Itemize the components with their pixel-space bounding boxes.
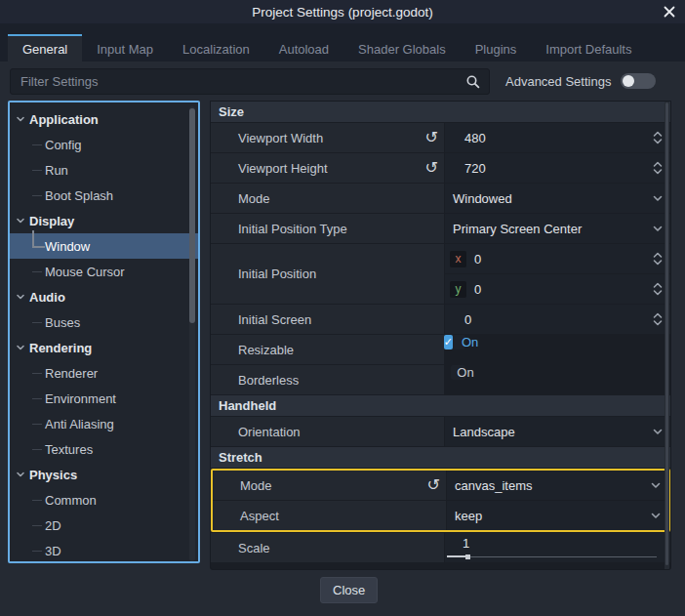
tab-shader-globals[interactable]: Shader Globals (343, 34, 461, 62)
sidebar-item-label: Window (45, 239, 90, 254)
axis-x-label: x (450, 251, 466, 267)
advanced-settings-toggle[interactable] (621, 73, 656, 89)
property-label-cell: Scale (211, 533, 444, 562)
property-label-cell: Aspect (213, 501, 446, 530)
revert-icon[interactable]: ↺ (425, 130, 438, 145)
titlebar: Project Settings (project.godot) (0, 0, 685, 23)
filter-settings-input[interactable] (11, 74, 489, 89)
value-text: 720 (445, 161, 486, 176)
sidebar-item-boot-splash[interactable]: Boot Splash (10, 183, 198, 208)
spinner-wrap (652, 130, 664, 145)
value-text: Primary Screen Center (445, 222, 582, 236)
changed-settings-highlight: Mode↺canvas_itemsAspectkeep (211, 469, 670, 532)
property-label-cell: Initial Position (211, 244, 444, 304)
dropdown-field[interactable]: keep (447, 501, 668, 530)
sidebar-item-label: Common (45, 493, 97, 508)
sidebar-item-textures[interactable]: Textures (10, 436, 198, 462)
sidebar-item-label: Environment (45, 391, 116, 406)
slider-field[interactable]: 1 (445, 533, 670, 562)
spin-field[interactable]: 0 (445, 305, 670, 334)
property-label: Initial Screen (238, 312, 311, 327)
filter-row: Advanced Settings (0, 62, 685, 101)
dropdown-field[interactable]: Primary Screen Center (445, 214, 670, 243)
property-label-cell: Viewport Width↺ (211, 123, 444, 152)
sidebar-item-label: Textures (45, 442, 93, 457)
sidebar-item-config[interactable]: Config (10, 132, 198, 157)
sidebar-category-application[interactable]: Application (10, 106, 198, 132)
property-label: Viewport Height (238, 161, 328, 176)
close-button[interactable]: Close (320, 577, 378, 603)
spin-field[interactable]: 480 (445, 123, 670, 152)
sidebar-scrollbar-thumb[interactable] (189, 108, 195, 323)
tab-general[interactable]: General (8, 34, 82, 62)
sidebar-category-rendering[interactable]: Rendering (10, 335, 198, 360)
vector2-editor: x0y0 (445, 244, 670, 304)
property-label: Mode (240, 478, 272, 493)
chevron-down-icon (652, 192, 664, 204)
sidebar-item-anti-aliasing[interactable]: Anti Aliasing (10, 411, 198, 436)
window-close-button[interactable] (662, 4, 677, 20)
tab-bar: GeneralInput MapLocalizationAutoloadShad… (0, 23, 685, 62)
chevron-down-icon (652, 426, 664, 437)
dropdown-field[interactable]: canvas_items (447, 471, 668, 500)
main-scrollbar-thumb[interactable] (665, 103, 668, 565)
property-label-cell: Orientation (211, 417, 444, 446)
tab-localization[interactable]: Localization (168, 34, 264, 62)
checkbox-field[interactable]: On (451, 365, 465, 380)
tab-input-map[interactable]: Input Map (82, 34, 168, 62)
value-text: canvas_items (447, 478, 532, 493)
spinner-wrap (652, 311, 664, 327)
sidebar-category-physics[interactable]: Physics (10, 462, 198, 487)
tab-plugins[interactable]: Plugins (461, 34, 532, 62)
tab-autoload[interactable]: Autoload (264, 34, 343, 62)
property-row-viewport-width: Viewport Width↺480 (211, 123, 670, 152)
sidebar-item-label: Run (45, 163, 68, 178)
spinner-updown-icon (652, 160, 664, 176)
sidebar-item-2d[interactable]: 2D (10, 513, 198, 538)
chevron-down-icon (16, 343, 25, 352)
property-label: Aspect (240, 509, 279, 523)
section-header-size: Size (211, 102, 670, 122)
sidebar-item-label: Mouse Cursor (45, 265, 125, 279)
revert-icon[interactable]: ↺ (427, 477, 440, 493)
sidebar-item-3d[interactable]: 3D (10, 538, 198, 563)
sidebar-category-audio[interactable]: Audio (10, 284, 198, 309)
property-label: Initial Position Type (238, 222, 347, 236)
checkbox-checked[interactable]: ✓ (444, 335, 453, 349)
sidebar-scrollbar (189, 106, 195, 561)
sidebar-item-buses[interactable]: Buses (10, 309, 198, 335)
chevron-down-icon (650, 479, 662, 491)
sidebar-item-run[interactable]: Run (10, 157, 198, 183)
sidebar-item-mouse-cursor[interactable]: Mouse Cursor (10, 259, 198, 284)
sidebar-item-label: Buses (45, 315, 80, 330)
sidebar-item-label: 3D (45, 544, 61, 558)
value-text: 0 (474, 252, 481, 267)
property-row-mode: ModeWindowed (211, 184, 670, 213)
y-component-field[interactable]: y0 (445, 274, 670, 304)
tab-import-defaults[interactable]: Import Defaults (531, 34, 646, 62)
checkbox-field[interactable]: ✓On (451, 335, 465, 349)
advanced-settings-label: Advanced Settings (505, 74, 611, 89)
spin-field[interactable]: 720 (445, 153, 670, 183)
spinner-updown-icon (652, 281, 664, 297)
chevron-wrap (652, 426, 664, 437)
slider-grabber[interactable] (465, 554, 470, 559)
chevron-down-icon (16, 216, 25, 226)
sidebar-item-renderer[interactable]: Renderer (10, 360, 198, 386)
sidebar-category-label: Display (29, 214, 74, 228)
dropdown-field[interactable]: Windowed (445, 184, 670, 213)
sidebar-item-common[interactable]: Common (10, 487, 198, 513)
advanced-settings-group: Advanced Settings (505, 73, 656, 89)
revert-icon[interactable]: ↺ (425, 160, 438, 176)
sidebar-item-environment[interactable]: Environment (10, 386, 198, 411)
spinner-wrap (652, 281, 664, 297)
dropdown-field[interactable]: Landscape (445, 417, 670, 446)
value-text: 0 (474, 282, 481, 297)
spinner-updown-icon (652, 311, 664, 327)
x-component-field[interactable]: x0 (445, 244, 670, 273)
scale-slider[interactable]: 1 (445, 533, 670, 562)
search-icon (465, 74, 481, 90)
property-label: Mode (238, 191, 270, 206)
property-label-cell: Mode (211, 184, 444, 213)
sidebar-item-window[interactable]: Window (10, 233, 198, 259)
